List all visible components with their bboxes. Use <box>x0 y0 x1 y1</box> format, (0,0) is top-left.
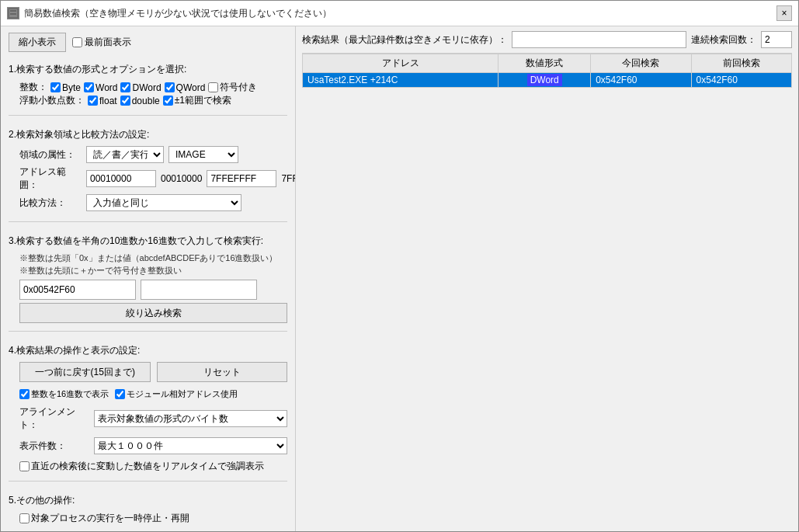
hex-module-row: 整数を16進数で表示 モジュール相対アドレス使用 <box>9 388 287 400</box>
continuous-count-input[interactable] <box>761 31 792 48</box>
signed-checkbox[interactable] <box>208 82 218 92</box>
title-bar: 簡易数値検索（空き物理メモリが少ない状況では使用しないでください） × <box>1 1 798 26</box>
addr-to-input[interactable] <box>207 170 276 187</box>
search-value1-input[interactable] <box>19 280 136 300</box>
results-table: アドレス 数値形式 今回検索 前回検索 UsaTest2.EXE +214CDW… <box>302 54 792 88</box>
alignment-select[interactable]: 表示対象数値の形式のバイト数 <box>94 410 287 427</box>
pause-row: 対象プロセスの実行を一時停止・再開 <box>9 512 287 525</box>
region-label: 領域の属性： <box>19 148 82 162</box>
integer-options-row: 整数： Byte Word DWord QWo <box>19 81 287 94</box>
compare-select[interactable]: 入力値と同じ <box>86 194 241 211</box>
integer-label: 整数： <box>19 81 47 94</box>
close-button[interactable]: × <box>776 5 792 21</box>
module-label: モジュール相対アドレス使用 <box>127 388 238 400</box>
image-select[interactable]: IMAGE <box>168 146 238 163</box>
pause-label: 対象プロセスの実行を一時停止・再開 <box>31 512 189 525</box>
hex-display-checkbox[interactable] <box>19 389 30 399</box>
table-row[interactable]: UsaTest2.EXE +214CDWord0x542F600x542F60 <box>303 73 792 88</box>
cell-prev: 0x542F60 <box>691 73 791 88</box>
cell-current: 0x542F60 <box>591 73 691 88</box>
addr-from-input[interactable] <box>86 170 156 187</box>
col-current-header: 今回検索 <box>591 54 691 73</box>
right-panel: 検索結果（最大記録件数は空きメモリに依存）： 連続検索回数： アドレス 数値形式… <box>296 26 798 531</box>
display-count-label: 表示件数： <box>19 440 89 453</box>
realtime-row: 直近の検索後に変動した数値をリアルタイムで強調表示 <box>9 460 287 473</box>
realtime-label: 直近の検索後に変動した数値をリアルタイムで強調表示 <box>31 460 264 473</box>
max-records-label: 検索結果（最大記録件数は空きメモリに依存）： <box>302 33 507 47</box>
module-relative-checkbox[interactable] <box>115 389 125 399</box>
alignment-label: アラインメント： <box>19 405 89 432</box>
qword-checkbox[interactable] <box>165 82 175 92</box>
note2: ※整数は先頭に＋かーで符号付き整数扱い <box>19 265 287 276</box>
section5-title: 5.その他の操作: <box>9 494 287 507</box>
display-count-row: 表示件数： 最大１０００件 <box>9 437 287 454</box>
dword-checkbox[interactable] <box>120 82 130 92</box>
section2-title: 2.検索対象領域と比較方法の設定: <box>9 128 287 141</box>
compare-row: 比較方法： 入力値と同じ <box>19 194 287 211</box>
range1-checkbox[interactable] <box>163 96 173 106</box>
word-checkbox[interactable] <box>84 82 94 92</box>
region-select[interactable]: 読／書／実行 <box>86 146 164 163</box>
narrow-search-button[interactable]: 絞り込み検索 <box>19 303 287 323</box>
note1: ※整数は先頭「0x」または値（abcdefABCDEFありで16進数扱い） <box>19 252 287 264</box>
main-window: 簡易数値検索（空き物理メモリが少ない状況では使用しないでください） × 縮小表示… <box>0 0 799 532</box>
reset-button[interactable]: リセット <box>157 362 288 382</box>
cell-format: DWord <box>499 73 591 88</box>
section3-title: 3.検索する数値を半角の10進数か16進数で入力して検索実行: <box>9 235 287 248</box>
window-title: 簡易数値検索（空き物理メモリが少ない状況では使用しないでください） <box>24 7 772 20</box>
search-value2-input[interactable] <box>141 280 257 300</box>
double-checkbox[interactable] <box>120 96 130 106</box>
col-prev-header: 前回検索 <box>691 54 791 73</box>
search-input-row <box>19 280 287 300</box>
address-row: アドレス範囲： 00010000 7FFEFFFF <box>19 165 287 192</box>
last-screen-checkbox[interactable] <box>72 37 82 47</box>
last-screen-checkbox-row[interactable]: 最前面表示 <box>72 36 131 49</box>
max-records-input[interactable] <box>512 31 686 48</box>
left-panel: 縮小表示 最前面表示 1.検索する数値の形式とオプションを選択: 整数： Byt… <box>1 26 296 531</box>
svg-rect-2 <box>10 13 16 15</box>
float-label: 浮動小数点数： <box>19 94 85 107</box>
results-table-container: アドレス 数値形式 今回検索 前回検索 UsaTest2.EXE +214CDW… <box>302 53 792 525</box>
col-address-header: アドレス <box>303 54 499 73</box>
svg-rect-1 <box>10 10 16 12</box>
byte-checkbox[interactable] <box>50 82 61 92</box>
undo-button[interactable]: 一つ前に戻す(15回まで) <box>19 362 151 382</box>
minimize-button[interactable]: 縮小表示 <box>9 33 66 52</box>
compare-label: 比較方法： <box>19 196 82 210</box>
region-row: 領域の属性： 読／書／実行 IMAGE <box>19 146 287 163</box>
app-icon <box>7 7 19 19</box>
continuous-label: 連続検索回数： <box>691 33 756 47</box>
alignment-row: アラインメント： 表示対象数値の形式のバイト数 <box>9 405 287 432</box>
address-label: アドレス範囲： <box>19 165 82 192</box>
section4-title: 4.検索結果の操作と表示の設定: <box>9 344 287 357</box>
section1-title: 1.検索する数値の形式とオプションを選択: <box>9 63 287 76</box>
display-count-select[interactable]: 最大１０００件 <box>94 437 287 454</box>
hex-label: 整数を16進数で表示 <box>31 388 109 400</box>
pause-checkbox[interactable] <box>19 513 30 523</box>
realtime-checkbox[interactable] <box>19 461 30 471</box>
float-checkbox[interactable] <box>88 96 98 106</box>
col-format-header: 数値形式 <box>499 54 591 73</box>
float-options-row: 浮動小数点数： float double ±1範囲で検索 <box>19 94 287 107</box>
cell-address: UsaTest2.EXE +214C <box>303 73 499 88</box>
right-top-bar: 検索結果（最大記録件数は空きメモリに依存）： 連続検索回数： <box>296 26 798 53</box>
